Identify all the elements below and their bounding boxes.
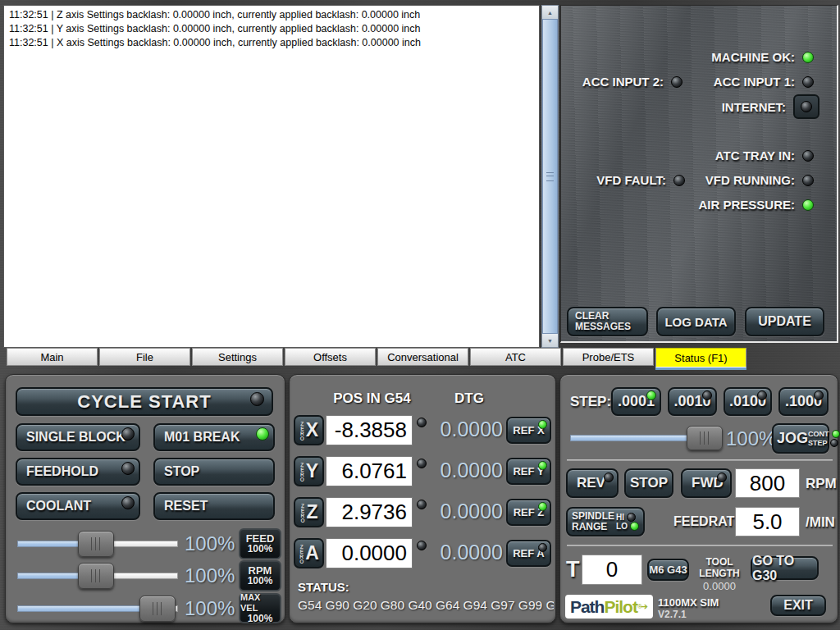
indicator-internet: INTERNET: [722,94,819,119]
scrollbar-up-icon[interactable]: ▲ [542,6,558,19]
y-dro-field[interactable]: 6.0761 [326,456,413,486]
scrollbar-down-icon[interactable]: ▼ [542,334,558,347]
axis-letter: Z [306,501,317,523]
ref-a-led [538,543,547,552]
step-0001-button[interactable]: .0001 [611,387,661,416]
dtg-header: DTG [450,390,488,407]
maxvel-100-value: 100% [248,614,273,624]
cont-label: CONT [808,430,829,439]
m01-break-button[interactable]: M01 BREAK [153,423,275,451]
indicator-label: VFD RUNNING: [705,173,795,187]
indicator-air-pressure: AIR PRESSURE: [698,198,814,212]
maxvel-override-percent: 100% [185,597,231,620]
exit-button[interactable]: EXIT [770,595,826,616]
pathpilot-screen: 11:32:51 | Z axis Settings backlash: 0.0… [0,0,840,630]
go-to-g30-button[interactable]: GO TO G30 [751,556,819,580]
active-gcodes: G54 G90 G20 G80 G40 G64 G94 G97 G99 G91.… [298,598,554,613]
zero-label: ZERO [299,503,305,523]
z-pos-value: 2.9736 [341,500,407,525]
log-scrollbar[interactable]: ▲ ▼ [541,5,559,348]
step-mode-led [830,439,838,447]
z-dro-field[interactable]: 2.9736 [326,497,413,527]
jog-label: JOG [777,430,808,447]
jog-cont-step-button[interactable]: JOG CONT STEP [772,423,829,454]
fwd-led [717,472,727,482]
maxvel-100-label: MAX VEL [240,592,280,614]
zero-z-button[interactable]: ZERO Z [294,497,324,527]
ref-y-button[interactable]: REF Y [506,458,551,485]
maxvel-slider-handle[interactable] [139,596,176,622]
maxvel-slider-track[interactable] [17,605,158,612]
update-button[interactable]: UPDATE [745,307,824,336]
jog-slider-track[interactable] [570,435,705,441]
tab-status[interactable]: Status (F1) [655,348,746,368]
indicator-acc-input-2: ACC INPUT 2: [582,75,682,89]
rpm-slider-handle[interactable] [78,563,114,589]
spindle-range-button[interactable]: SPINDLE RANGE HI LO [566,507,645,536]
spindle-range-labels: SPINDLE RANGE [572,511,614,532]
ref-y-led [538,461,547,470]
step-0010-button[interactable]: .0010 [668,387,717,416]
step-0100-button[interactable]: .0100 [724,387,772,416]
ref-a-button[interactable]: REF A [506,540,551,567]
tab-offsets[interactable]: Offsets [285,348,376,366]
jog-speed-percent: 100% [726,427,767,450]
y-pos-value: 6.0761 [341,459,407,484]
axis-letter: Y [306,460,318,482]
internet-led-button[interactable] [793,94,819,119]
cont-led [832,430,840,438]
feedrate-field[interactable]: 5.0 [735,507,800,536]
x-dro-led [417,418,427,427]
y-dtg-value: 0.0000 [427,459,503,482]
message-log[interactable]: 11:32:51 | Z axis Settings backlash: 0.0… [3,5,540,348]
zero-a-button[interactable]: ZERO A [294,538,324,568]
tab-probe-ets[interactable]: Probe/ETS [563,348,654,366]
feed-slider-handle[interactable] [78,531,114,557]
a-dro-field[interactable]: 0.0000 [326,538,413,568]
tab-file[interactable]: File [99,348,190,366]
tab-main[interactable]: Main [7,348,98,366]
handle-grip-icon [153,602,163,615]
feed-100-button[interactable]: FEED 100% [239,528,281,559]
spindle-stop-button[interactable]: STOP [624,468,673,498]
x-dro-field[interactable]: -8.3858 [326,415,413,445]
jog-slider-handle[interactable] [687,426,723,450]
tab-conversational[interactable]: Conversational [377,348,468,366]
ref-z-button[interactable]: REF Z [506,499,551,526]
tab-settings[interactable]: Settings [192,348,283,366]
exit-label: EXIT [783,598,813,613]
feedhold-button[interactable]: FEEDHOLD [16,458,140,486]
single-block-button[interactable]: SINGLE BLOCK [16,423,140,451]
scrollbar-thumb[interactable] [542,19,558,334]
cycle-start-led [250,392,264,406]
reset-button[interactable]: RESET [153,492,275,520]
m6-g43-label: M6 G43 [649,564,687,576]
indicator-label: ATC TRAY IN: [715,148,795,162]
tab-label: File [136,351,153,363]
ref-x-button[interactable]: REF X [506,417,551,444]
machine-control-panel: CYCLE START SINGLE BLOCK M01 BREAK FEEDH… [5,374,285,623]
indicator-vfd-fault: VFD FAULT: [596,173,685,187]
stop-button[interactable]: STOP [153,458,275,486]
feedrate-unit: /MIN [806,514,835,531]
spindle-fwd-button[interactable]: FWD [681,468,732,498]
coolant-button[interactable]: COOLANT [16,492,140,520]
tool-number-field[interactable]: 0 [582,555,642,585]
indicator-label: ACC INPUT 1: [714,75,795,89]
indicator-machine-ok: MACHINE OK: [711,50,814,64]
spindle-rev-button[interactable]: REV [566,468,619,498]
rpm-field[interactable]: 800 [735,468,800,498]
log-data-button[interactable]: LOG DATA [656,307,736,336]
rpm-100-button[interactable]: RPM 100% [239,560,281,591]
tab-atc[interactable]: ATC [470,348,561,366]
m6-g43-button[interactable]: M6 G43 [647,559,689,581]
zero-x-button[interactable]: ZERO X [294,415,324,445]
zero-y-button[interactable]: ZERO Y [294,456,324,486]
step-1000-button[interactable]: .1000 [778,387,829,416]
vfd-running-led [802,175,814,186]
zero-label: ZERO [299,544,304,564]
maxvel-100-button[interactable]: MAX VEL 100% [239,593,281,623]
step-mode-label: STEP [808,439,828,448]
cycle-start-button[interactable]: CYCLE START [16,387,273,416]
clear-messages-button[interactable]: CLEAR MESSAGES [567,307,648,336]
